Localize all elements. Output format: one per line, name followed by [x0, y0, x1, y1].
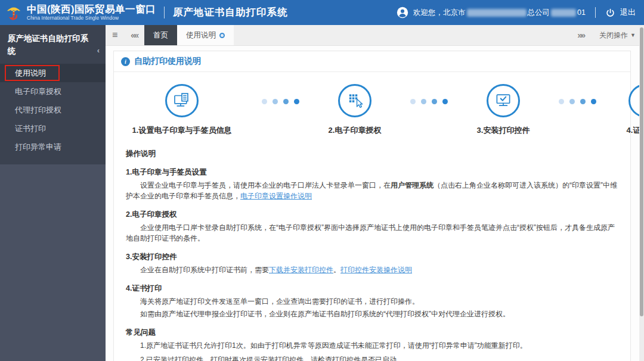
brand-title: 中国(陕西)国际贸易单一窗口	[27, 4, 156, 14]
logout-label: 退出	[620, 7, 636, 18]
step-install-print-control: 3.安装打印控件	[468, 84, 538, 136]
section-4-line-1: 海关将原产地证打印文件发送至单一窗口，企业查询出需要打印的证书，进行打印操作。	[126, 297, 618, 307]
menu-toggle-icon[interactable]: ≡	[106, 30, 124, 40]
scroll-tabs-right-icon[interactable]: »»	[571, 31, 592, 39]
faq-item-2: 2.已安装过打印控件，打印时再次提示安装打印控件，请检查打印控件是否已启动。	[126, 355, 618, 361]
section-1-paragraph: 设置企业电子印章与手签员，请使用本企业的电子口岸法人卡登录单一窗口，在用户管理系…	[126, 181, 618, 201]
section-2-paragraph: 企业使用电子口岸卡登录自助打印系统，在“电子印章授权”界面中选择原产地证书上使用…	[126, 223, 618, 244]
panel-title: 自助打印使用说明	[134, 56, 201, 67]
step-separator-dots	[262, 99, 299, 104]
app-window: 中国(陕西)国际贸易单一窗口 China International Trade…	[0, 0, 644, 361]
step-eseal-authorization: 2.电子印章授权	[320, 84, 390, 136]
scroll-tabs-left-icon[interactable]: ««	[124, 31, 144, 39]
step-separator-dots	[559, 99, 596, 104]
sidebar-nav: 使用说明 电子印章授权 代理打印授权 证书打印 打印异常申请	[0, 64, 106, 156]
brand-subtitle: China International Trade Single Window	[27, 15, 156, 21]
monitor-check-icon	[487, 84, 520, 117]
welcome-company-suffix: 总公司	[528, 8, 550, 17]
user-management-system-bold: 用户管理系统	[391, 181, 434, 189]
print-control-install-guide-link[interactable]: 打印控件安装操作说明	[340, 266, 412, 274]
instructions-panel: i 自助打印使用说明	[113, 51, 631, 361]
sidebar-collapse-icon[interactable]: ‹	[97, 45, 100, 57]
faq-item-1: 1.原产地证书证书只允许打印1次。如由于打印机异常等原因造成证书未能正常打印，请…	[126, 341, 618, 351]
top-header: 中国(陕西)国际贸易单一窗口 China International Trade…	[0, 0, 644, 25]
single-window-logo-icon	[5, 4, 23, 21]
monitor-document-icon	[165, 84, 199, 117]
sidebar-title: 原产地证书自助打印系统 ‹	[0, 25, 106, 64]
sidebar-item-eseal-authorization[interactable]: 电子印章授权	[0, 82, 106, 101]
header-divider-2	[595, 7, 596, 18]
close-operations-dropdown[interactable]: 关闭操作 ▼	[591, 25, 644, 45]
tab-close-icon[interactable]	[219, 33, 225, 38]
faq-title: 常见问题	[126, 327, 618, 338]
sidebar-item-print-exception-request[interactable]: 打印异常申请	[0, 138, 106, 156]
tab-bar-spacer	[234, 25, 571, 45]
section-3-title: 3.安装打印控件	[126, 251, 618, 262]
stamp-click-icon	[338, 84, 371, 117]
page-title: 原产地证书自助打印系统	[173, 6, 288, 19]
scrollbar-thumb[interactable]	[640, 27, 643, 316]
eseal-setup-guide-link[interactable]: 电子印章设置操作说明	[240, 192, 312, 200]
download-print-control-link[interactable]: 下载并安装打印控件	[269, 266, 333, 274]
step-separator-dots	[410, 99, 448, 104]
section-2-title: 2.电子印章授权	[126, 209, 618, 220]
sidebar-item-usage-instructions[interactable]: 使用说明	[0, 64, 106, 82]
redacted-company-name	[467, 9, 527, 17]
instructions-text: 操作说明 1.电子印章与手签员设置 设置企业电子印章与手签员，请使用本企业的电子…	[114, 139, 630, 361]
redacted-account	[551, 9, 576, 17]
page-body: i 自助打印使用说明	[106, 46, 644, 361]
section-3-paragraph: 企业在自助打印系统中打印证书前，需要下载并安装打印控件。打印控件安装操作说明	[126, 265, 618, 275]
tab-bar: ≡ «« 首页 使用说明 »» 关闭操作 ▼	[106, 25, 644, 46]
header-divider	[164, 7, 165, 18]
panel-header: i 自助打印使用说明	[114, 51, 630, 72]
header-user-area: 欢迎您，北京市总公司01 退出	[397, 7, 636, 18]
section-1-title: 1.电子印章与手签员设置	[126, 167, 618, 178]
power-icon	[605, 8, 615, 18]
sidebar-item-certificate-print[interactable]: 证书打印	[0, 119, 106, 138]
sidebar-menu-block: 原产地证书自助打印系统 ‹ 使用说明 电子印章授权 代理打印授权 证	[0, 25, 106, 164]
tab-usage-instructions[interactable]: 使用说明	[177, 25, 234, 45]
logout-button[interactable]: 退出	[605, 7, 636, 18]
content-column: ≡ «« 首页 使用说明 »» 关闭操作 ▼	[106, 25, 644, 361]
welcome-account-number: 01	[577, 8, 586, 17]
step-setup-eseal: 1.设置电子印章与手签员信息	[122, 84, 242, 136]
welcome-text: 欢迎您，北京市总公司01	[413, 8, 586, 18]
steps-row: 1.设置电子印章与手签员信息	[114, 72, 630, 139]
sidebar-item-agent-print-authorization[interactable]: 代理打印授权	[0, 101, 106, 119]
sidebar: 原产地证书自助打印系统 ‹ 使用说明 电子印章授权 代理打印授权 证	[0, 25, 106, 361]
vertical-scrollbar	[639, 25, 644, 361]
section-4-title: 4.证书打印	[126, 283, 618, 294]
section-4-line-2: 如需由原产地证代理申报企业打印证书，企业则在原产地证书自助打印系统的“代理打印授…	[126, 309, 618, 319]
chevron-down-icon: ▼	[630, 32, 636, 38]
welcome-prefix: 欢迎您，北京市	[413, 8, 466, 17]
info-icon: i	[121, 57, 130, 66]
brand-block: 中国(陕西)国际贸易单一窗口 China International Trade…	[27, 4, 156, 21]
tab-home[interactable]: 首页	[144, 25, 177, 45]
user-avatar-icon	[397, 7, 408, 18]
section-ops-title: 操作说明	[126, 148, 618, 159]
